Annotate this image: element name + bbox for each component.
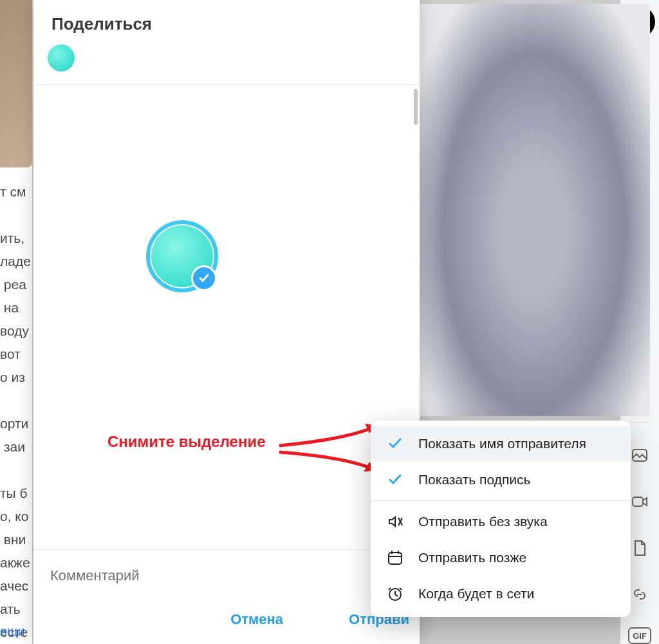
comment-input[interactable]	[49, 567, 407, 585]
share-modal: Поделиться Снимите выделение Отмена Отпр…	[33, 0, 420, 644]
calendar-icon	[386, 549, 404, 567]
clock-icon	[386, 585, 404, 603]
ctx-label: Показать имя отправителя	[418, 436, 586, 451]
ctx-label: Отправить позже	[418, 550, 526, 565]
ctx-send-when-online[interactable]: Когда будет в сети	[371, 576, 631, 612]
gif-icon[interactable]: GIF	[628, 627, 651, 644]
selected-chip-avatar[interactable]	[48, 44, 75, 71]
context-menu: Показать имя отправителя Показать подпис…	[371, 421, 631, 617]
ctx-label: Когда будет в сети	[418, 586, 534, 601]
check-icon	[386, 471, 404, 489]
modal-title: Поделиться	[33, 0, 420, 41]
ctx-send-silent[interactable]: Отправить без звука	[371, 504, 631, 540]
check-badge-icon	[191, 265, 217, 291]
cancel-button[interactable]: Отмена	[227, 611, 287, 629]
bg-link-cut[interactable]: ещи	[0, 624, 25, 639]
ctx-label: Отправить без звука	[418, 514, 548, 529]
check-icon	[386, 435, 404, 453]
annotation-text: Снимите выделение	[107, 433, 266, 451]
ctx-show-caption[interactable]: Показать подпись	[371, 462, 631, 498]
svg-rect-7	[389, 553, 402, 564]
ctx-label: Показать подпись	[418, 472, 531, 488]
mute-icon	[386, 513, 404, 531]
scrollbar[interactable]	[414, 89, 418, 125]
ctx-send-later[interactable]: Отправить позже	[371, 540, 631, 576]
divider	[371, 500, 631, 501]
contact-avatar-selected[interactable]	[146, 220, 218, 292]
sidebar-thumbnail	[0, 0, 32, 167]
bg-image-eeyore	[418, 4, 650, 416]
bg-text-cut: т см ить, ладе реа на воду вот о из орти…	[0, 180, 31, 644]
svg-rect-6	[633, 497, 643, 506]
ctx-show-sender-name[interactable]: Показать имя отправителя	[371, 426, 631, 462]
divider	[630, 422, 649, 422]
